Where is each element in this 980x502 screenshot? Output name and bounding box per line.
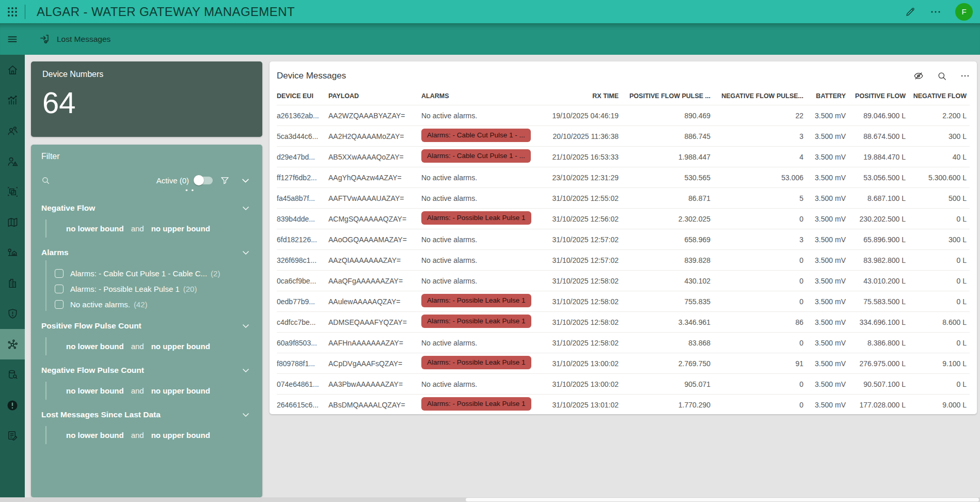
cell-pos_pulse: 530.565 bbox=[622, 174, 714, 182]
cell-rx: 20/10/2025 11:36:38 bbox=[544, 132, 622, 140]
cell-payload: AAFHnAAAAAAAZAY= bbox=[328, 339, 421, 347]
table-row[interactable]: 0edb77b9...AAulewAAAAAQZAY=Alarms: - Pos… bbox=[277, 291, 970, 311]
more-options-button[interactable] bbox=[930, 7, 941, 17]
sidebar-item-user-alert[interactable] bbox=[0, 146, 25, 177]
cell-pos_pulse: 1.988.447 bbox=[622, 153, 714, 161]
table-row[interactable]: c4dfcc7be...ADMSEQAAAFYQZAY=Alarms: - Po… bbox=[277, 311, 970, 332]
column-header-alarms[interactable]: ALARMS bbox=[421, 92, 544, 100]
breadcrumb-label[interactable]: Lost Messages bbox=[57, 35, 110, 44]
column-header-pos-flow-pulse[interactable]: POSITIVE FLOW PULSE ... bbox=[622, 92, 714, 100]
funnel-icon[interactable] bbox=[220, 176, 230, 185]
sidebar-item-network[interactable] bbox=[0, 329, 25, 359]
checkbox-icon[interactable] bbox=[55, 269, 64, 278]
table-row[interactable]: 074e64861...AA3PbwAAAAAAZAY=No active al… bbox=[277, 373, 970, 394]
checkbox-icon[interactable] bbox=[55, 300, 64, 309]
table-row[interactable]: a261362ab...AA2WZQAAABYAZAY=No active al… bbox=[277, 105, 970, 126]
table-row[interactable]: f809788f1...ACpDVgAAAFsQZAY=Alarms: - Po… bbox=[277, 353, 970, 373]
filter-section-header[interactable]: Alarms bbox=[41, 248, 252, 257]
cell-neg_flow: 9.100 L bbox=[909, 359, 970, 368]
cell-battery: 3.500 mV bbox=[807, 112, 849, 120]
sidebar-item-site[interactable] bbox=[0, 238, 25, 268]
table-row[interactable]: ff127f6db2...AAgYhQAAzw4AZAY=No active a… bbox=[277, 167, 970, 187]
sidebar-item-shield-alert[interactable] bbox=[0, 299, 25, 329]
sidebar-item-notifications[interactable] bbox=[0, 390, 25, 420]
scrollbar-thumb[interactable] bbox=[466, 498, 979, 501]
chevron-down-icon[interactable] bbox=[241, 176, 250, 185]
sidebar-item-map[interactable] bbox=[0, 207, 25, 238]
table-row[interactable]: 0ca6cf9be...AAaQFgAAAAAAZAY=No active al… bbox=[277, 270, 970, 291]
filter-section-title: Negative Flow bbox=[41, 203, 95, 213]
search-icon[interactable] bbox=[41, 176, 50, 185]
filter-checkbox-option[interactable]: No active alarms.(42) bbox=[55, 300, 252, 309]
filter-section-header[interactable]: Negative Flow bbox=[41, 203, 252, 213]
chevron-down-icon[interactable] bbox=[242, 366, 250, 374]
table-row[interactable]: 839b4dde...ACMgSQAAAAAQZAY=Alarms: - Pos… bbox=[277, 208, 970, 229]
search-visual-button[interactable] bbox=[937, 71, 947, 81]
table-row[interactable]: fa45a8b7f...AAFTVwAAAAUAZAY=No active al… bbox=[277, 187, 970, 208]
column-header-positive-flow[interactable]: POSITIVE FLOW bbox=[849, 92, 909, 100]
chevron-down-icon[interactable] bbox=[242, 322, 250, 330]
cell-neg_pulse: 0 bbox=[714, 215, 807, 223]
chevron-down-icon[interactable] bbox=[242, 411, 250, 419]
column-header-payload[interactable]: PAYLOAD bbox=[328, 92, 421, 100]
table-row[interactable]: 6fd182126...AAoOGQAAAAMAZAY=No active al… bbox=[277, 229, 970, 249]
cell-battery: 3.500 mV bbox=[807, 236, 849, 244]
sidebar-item-group-select[interactable] bbox=[0, 177, 25, 207]
table-row[interactable]: d29e47bd...AB5XXwAAAAQoZAY=Alarms: - Cab… bbox=[277, 146, 970, 167]
filter-section-header[interactable]: Negative Flow Pulse Count bbox=[41, 366, 252, 375]
cell-payload: AAaQFgAAAAAAZAY= bbox=[328, 277, 421, 285]
cell-neg_pulse: 0 bbox=[714, 277, 807, 285]
toggle-knob[interactable] bbox=[194, 175, 204, 185]
table-row[interactable]: 5ca3d44c6...AA2H2QAAAAMoZAY=Alarms: - Ca… bbox=[277, 126, 970, 146]
user-avatar[interactable]: F bbox=[955, 3, 973, 21]
column-header-device-eui[interactable]: DEVICE EUI bbox=[277, 92, 328, 100]
lower-bound-button[interactable]: no lower bound bbox=[66, 342, 124, 351]
lower-bound-button[interactable]: no lower bound bbox=[66, 224, 124, 233]
chevron-down-icon[interactable] bbox=[242, 248, 250, 257]
upper-bound-button[interactable]: no upper bound bbox=[151, 431, 210, 440]
column-header-neg-flow-pulse[interactable]: NEGATIVE FLOW PULSE... bbox=[714, 92, 807, 100]
table-row[interactable]: 2646615c6...ABsDMQAAAALQZAY=Alarms: - Po… bbox=[277, 394, 970, 414]
filter-section-header[interactable]: Lost Messages Since Last Data bbox=[41, 410, 252, 419]
cell-eui: 60a9f8503... bbox=[277, 339, 328, 347]
sidebar-item-report-edit[interactable] bbox=[0, 420, 25, 451]
upper-bound-button[interactable]: no upper bound bbox=[151, 342, 210, 351]
app-launcher-button[interactable] bbox=[0, 7, 25, 17]
chevron-down-icon[interactable] bbox=[242, 204, 250, 212]
sidebar-item-users[interactable] bbox=[0, 116, 25, 146]
filter-section-header[interactable]: Positive Flow Pulse Count bbox=[41, 321, 252, 331]
cell-pos_flow: 90.507.100 L bbox=[849, 380, 909, 388]
sidebar-item-data-search[interactable] bbox=[0, 359, 25, 390]
filter-checkbox-option[interactable]: Alarms: - Possible Leak Pulse 1(20) bbox=[55, 285, 252, 293]
cell-payload: ADMSEQAAAFYQZAY= bbox=[328, 318, 421, 326]
cell-eui: 839b4dde... bbox=[277, 215, 328, 223]
data-search-icon bbox=[7, 369, 19, 381]
column-header-battery[interactable]: BATTERY bbox=[807, 92, 849, 100]
edit-pencil-button[interactable] bbox=[905, 6, 916, 18]
menu-button[interactable] bbox=[0, 34, 25, 45]
column-header-rx-time[interactable]: RX TIME bbox=[544, 92, 622, 100]
horizontal-scrollbar[interactable] bbox=[0, 497, 980, 502]
hide-visual-button[interactable] bbox=[913, 71, 924, 81]
column-header-negative-flow[interactable]: NEGATIVE FLOW bbox=[909, 92, 970, 100]
option-count: (20) bbox=[183, 285, 197, 293]
upper-bound-button[interactable]: no upper bound bbox=[151, 386, 210, 395]
filter-checkbox-option[interactable]: Alarms: - Cable Cut Pulse 1 - Cable C...… bbox=[55, 269, 252, 278]
sidebar-item-home[interactable] bbox=[0, 55, 25, 85]
active-toggle[interactable] bbox=[194, 177, 213, 184]
cell-neg_flow: 500 L bbox=[909, 194, 970, 202]
upper-bound-button[interactable]: no upper bound bbox=[151, 224, 210, 233]
ellipsis-icon bbox=[930, 7, 941, 17]
sidebar-item-statistics[interactable] bbox=[0, 85, 25, 116]
table-row[interactable]: 326f698c1...AAzQIAAAAAAAZAY=No active al… bbox=[277, 249, 970, 270]
lower-bound-button[interactable]: no lower bound bbox=[66, 431, 124, 440]
checkbox-icon[interactable] bbox=[55, 285, 64, 293]
cell-pos_flow: 65.896.900 L bbox=[849, 236, 909, 244]
more-options-button[interactable] bbox=[960, 71, 970, 81]
cell-alarms: Alarms: - Possible Leak Pulse 1 bbox=[421, 397, 544, 412]
sidebar-item-buildings[interactable] bbox=[0, 268, 25, 299]
cell-rx: 31/10/2025 12:56:02 bbox=[544, 215, 622, 223]
lower-bound-button[interactable]: no lower bound bbox=[66, 386, 124, 395]
cell-neg_flow: 0 L bbox=[909, 339, 970, 347]
table-row[interactable]: 60a9f8503...AAFHnAAAAAAAZAY=No active al… bbox=[277, 332, 970, 353]
